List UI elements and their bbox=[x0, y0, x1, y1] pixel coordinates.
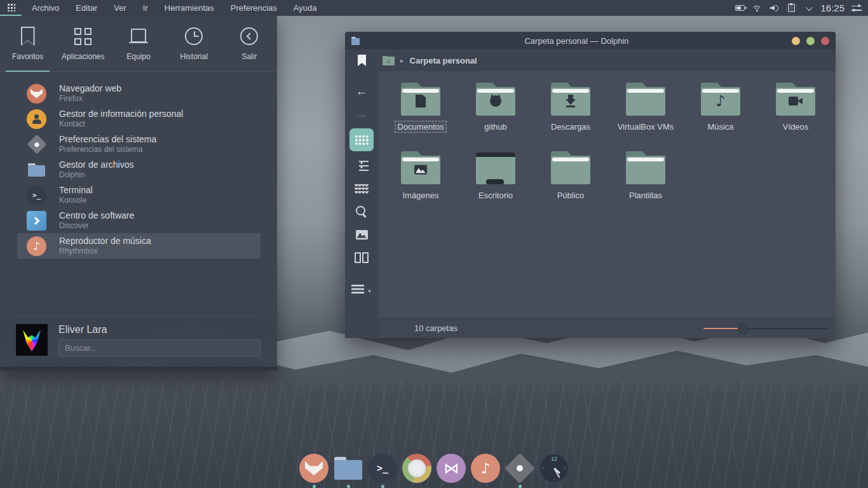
dock-firefox[interactable] bbox=[299, 454, 329, 488]
maximize-button[interactable] bbox=[806, 37, 815, 45]
folder-name: VirtualBox VMs bbox=[614, 121, 677, 133]
back-button[interactable]: ← bbox=[350, 80, 373, 102]
dock: >_ ⋈ ♪ 12 bbox=[0, 452, 868, 488]
tab-equipo[interactable]: Equipo bbox=[111, 16, 166, 71]
user-avatar[interactable] bbox=[16, 324, 48, 356]
folder-virtualbox-vms[interactable]: VirtualBox VMs bbox=[608, 80, 683, 149]
logout-icon bbox=[240, 27, 258, 45]
caret-down-icon: ▼ bbox=[367, 288, 372, 294]
dock-system-settings[interactable] bbox=[505, 454, 535, 488]
system-settings-icon bbox=[505, 453, 535, 484]
icons-view-button[interactable] bbox=[349, 128, 374, 151]
battery-icon[interactable] bbox=[735, 3, 745, 13]
folder-view: Documentos github Descargas VirtualBox V… bbox=[378, 71, 836, 338]
menubar-items: Archivo Editar Ver Ir Herramientas Prefe… bbox=[32, 3, 316, 13]
folder-plantillas[interactable]: Plantillas bbox=[608, 149, 683, 217]
menu-preferencias[interactable]: Preferencias bbox=[231, 3, 277, 13]
konsole-icon: >_ bbox=[368, 454, 397, 483]
folder-videos[interactable]: Vídeos bbox=[758, 80, 833, 149]
running-indicator bbox=[313, 485, 316, 488]
bookmark-icon[interactable] bbox=[358, 55, 366, 66]
dock-konsole[interactable]: >_ bbox=[368, 454, 398, 488]
menu-editar[interactable]: Editar bbox=[76, 3, 97, 13]
window-titlebar[interactable]: Carpeta personal — Dolphin bbox=[345, 32, 836, 50]
dock-vscode[interactable]: ⋈ bbox=[437, 454, 466, 488]
app-launcher-button[interactable] bbox=[0, 0, 22, 16]
breadcrumb[interactable]: ▸ Carpeta personal bbox=[383, 56, 477, 65]
zoom-slider[interactable] bbox=[703, 323, 828, 334]
tab-salir[interactable]: Salir bbox=[222, 16, 277, 71]
tuner-icon[interactable] bbox=[851, 3, 862, 13]
menu-ayuda[interactable]: Ayuda bbox=[294, 3, 317, 13]
folder-documentos[interactable]: Documentos bbox=[383, 80, 458, 149]
slider-handle[interactable] bbox=[738, 323, 749, 334]
folder-name: Documentos bbox=[395, 121, 447, 133]
folder-descargas[interactable]: Descargas bbox=[533, 80, 608, 149]
folder-name: github bbox=[481, 121, 510, 133]
folder-github[interactable]: github bbox=[458, 80, 533, 149]
split-view-icon bbox=[355, 252, 369, 263]
app-subtitle: Firefox bbox=[59, 94, 121, 104]
folder-name: Público bbox=[554, 189, 588, 201]
forward-button[interactable]: → bbox=[350, 103, 373, 125]
clock[interactable]: 16:25 bbox=[820, 3, 844, 13]
user-area: Eliver Lara bbox=[0, 316, 277, 356]
close-button[interactable] bbox=[821, 37, 829, 45]
menu-archivo[interactable]: Archivo bbox=[32, 3, 59, 13]
dock-clock-widget[interactable]: 12 bbox=[539, 454, 569, 488]
menu-button[interactable]: ▼ bbox=[350, 278, 373, 300]
search-button[interactable] bbox=[350, 201, 373, 222]
volume-icon[interactable] bbox=[769, 3, 779, 13]
app-subtitle: Preferencias del sistema bbox=[59, 145, 156, 154]
compact-view-button[interactable] bbox=[350, 178, 373, 200]
preview-button[interactable] bbox=[350, 224, 373, 245]
search-input[interactable] bbox=[58, 339, 261, 356]
app-item-konsole[interactable]: >_ Terminal Konsole bbox=[0, 182, 277, 208]
app-item-system-settings[interactable]: Preferencias del sistema Preferencias de… bbox=[0, 132, 277, 157]
app-item-discover[interactable]: Centro de software Discover bbox=[0, 208, 277, 233]
minimize-button[interactable] bbox=[792, 37, 800, 45]
app-item-rhythmbox[interactable]: ♪ Reproductor de música Rhythmbox bbox=[17, 233, 261, 259]
vscode-icon: ⋈ bbox=[437, 454, 466, 483]
split-button[interactable] bbox=[350, 247, 373, 268]
firefox-icon bbox=[299, 454, 329, 483]
tab-favoritos[interactable]: Favoritos bbox=[0, 16, 55, 71]
folder-name: Vídeos bbox=[780, 121, 811, 133]
app-title: Centro de software bbox=[59, 210, 134, 222]
clipboard-icon[interactable] bbox=[786, 3, 796, 13]
app-item-kontact[interactable]: Gestor de información personal Kontact bbox=[0, 106, 277, 132]
preview-icon bbox=[356, 230, 368, 240]
chevron-down-icon[interactable] bbox=[803, 3, 813, 13]
tab-historial[interactable]: Historial bbox=[166, 16, 222, 71]
dock-rhythmbox[interactable]: ♪ bbox=[471, 454, 501, 488]
dock-dolphin[interactable] bbox=[334, 454, 363, 488]
app-title: Terminal bbox=[59, 185, 93, 196]
wifi-icon[interactable] bbox=[752, 3, 762, 13]
user-name: Eliver Lara bbox=[58, 324, 261, 336]
running-indicator bbox=[381, 485, 384, 488]
app-item-dolphin[interactable]: Gestor de archivos Dolphin bbox=[0, 157, 277, 182]
tab-label: Equipo bbox=[126, 52, 150, 61]
menu-ver[interactable]: Ver bbox=[114, 3, 126, 13]
app-item-firefox[interactable]: Navegador web Firefox bbox=[0, 81, 277, 106]
window-title: Carpeta personal — Dolphin bbox=[362, 36, 792, 46]
folder-musica[interactable]: ♪ Música bbox=[683, 80, 758, 149]
tab-aplicaciones[interactable]: Aplicaciones bbox=[55, 16, 111, 71]
menu-ir[interactable]: Ir bbox=[143, 3, 148, 13]
folder-escritorio[interactable]: Escritorio bbox=[458, 149, 533, 217]
menu-herramientas[interactable]: Herramientas bbox=[165, 3, 214, 13]
app-subtitle: Dolphin bbox=[59, 170, 134, 180]
folder-publico[interactable]: Público bbox=[533, 149, 608, 217]
discover-icon bbox=[27, 211, 46, 231]
folder-imagenes[interactable]: Imágenes bbox=[383, 149, 458, 217]
global-menubar: Archivo Editar Ver Ir Herramientas Prefe… bbox=[0, 0, 868, 16]
music-emblem-icon: ♪ bbox=[715, 93, 725, 109]
list-view-button[interactable] bbox=[350, 155, 373, 177]
chrome-icon bbox=[402, 454, 431, 483]
app-grid-icon bbox=[74, 28, 92, 45]
app-subtitle: Discover bbox=[59, 221, 134, 231]
hamburger-icon bbox=[351, 285, 364, 294]
app-title: Navegador web bbox=[59, 83, 121, 95]
dock-chrome[interactable] bbox=[402, 454, 432, 488]
folder-name: Imágenes bbox=[399, 189, 442, 201]
